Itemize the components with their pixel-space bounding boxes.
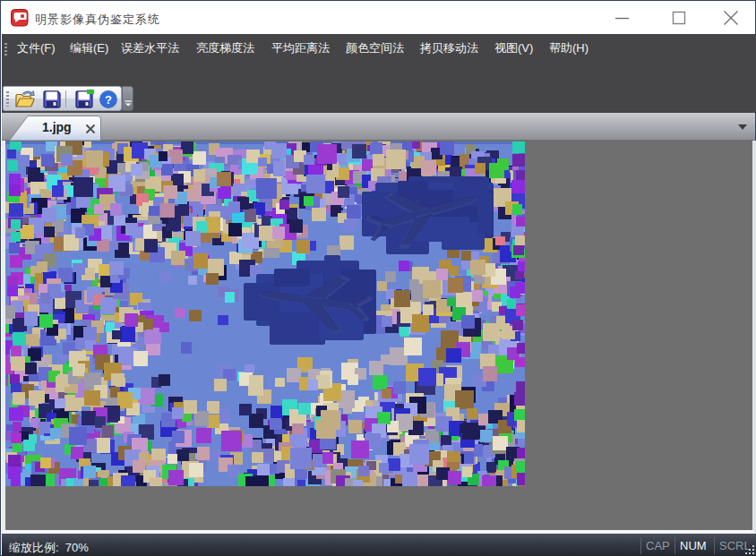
svg-text:?: ? — [105, 93, 112, 107]
